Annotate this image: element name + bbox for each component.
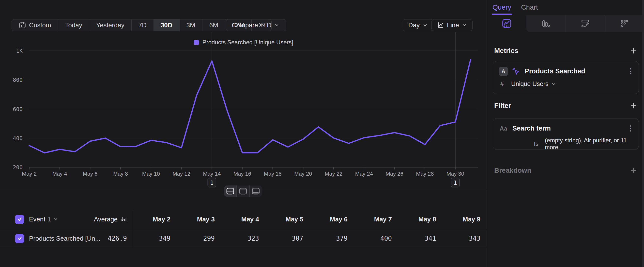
date-cell-value: 343: [443, 235, 487, 242]
date-column-headers: May 2May 3May 4May 5May 6May 7May 8May 9: [133, 215, 487, 223]
event-column-header: Event: [29, 215, 46, 223]
range-button-custom[interactable]: Custom: [12, 20, 58, 31]
x-axis-label: May 4: [52, 171, 67, 177]
date-cell-value: 341: [398, 235, 443, 242]
measure-type-icon: #: [500, 80, 507, 87]
chevron-down-icon[interactable]: [53, 217, 58, 222]
chevron-down-icon: [462, 23, 467, 28]
tab-more-charts[interactable]: [605, 15, 644, 32]
range-button-7d[interactable]: 7D: [132, 20, 154, 31]
y-axis-label: 200: [13, 164, 23, 170]
filter-operator[interactable]: Is: [534, 140, 538, 147]
filter-section-header: Filter: [487, 102, 644, 110]
layout-chart-view-button[interactable]: [237, 185, 250, 197]
y-axis-label: 1K: [16, 48, 23, 54]
series-line: [29, 60, 470, 153]
filter-card[interactable]: Aa Search term Is (empty string), Air pu…: [493, 118, 639, 150]
compare-label: Compare: [232, 22, 258, 29]
row-average-value: 426.9: [108, 235, 127, 242]
annotation-marker[interactable]: 1: [451, 178, 460, 187]
metric-card[interactable]: A Products Searched # Unique Users: [493, 61, 639, 94]
line-chart-icon: [437, 22, 444, 29]
add-filter-button[interactable]: [630, 102, 637, 109]
range-button-today[interactable]: Today: [58, 20, 89, 31]
date-cell-value: 379: [310, 235, 354, 242]
chart-type-label: Line: [447, 22, 459, 29]
tab-chart[interactable]: Chart: [521, 0, 538, 15]
compare-button[interactable]: Compare: [226, 19, 272, 31]
chevron-down-icon: [261, 23, 266, 28]
sidebar-tabs: Query Chart: [487, 0, 644, 15]
table-header-row: Event 1 Average May 2May 3May 4May 5May …: [0, 210, 487, 229]
measure-selector[interactable]: Unique Users: [511, 80, 548, 87]
x-axis-label: May 6: [83, 171, 98, 177]
date-cell-value: 323: [222, 235, 266, 242]
x-axis-label: May 24: [355, 171, 373, 177]
table-row[interactable]: Products Searched [Un... 426.9 349299323…: [0, 229, 487, 248]
toolbar: CustomTodayYesterday7D30D3M6M12MXTD Comp…: [0, 19, 487, 31]
grid-dots-icon: [620, 19, 629, 28]
svg-text:1: 1: [454, 180, 457, 186]
granularity-button[interactable]: Day: [403, 19, 433, 31]
layout-table-view-button[interactable]: [250, 185, 262, 197]
chart-type-button[interactable]: Line: [432, 19, 472, 31]
date-column-header[interactable]: May 3: [177, 215, 222, 223]
date-column-header[interactable]: May 8: [398, 215, 443, 223]
range-button-30d[interactable]: 30D: [154, 20, 180, 31]
add-metric-button[interactable]: [630, 47, 637, 55]
average-column-header: Average: [94, 215, 118, 223]
x-axis-label: May 18: [264, 171, 282, 177]
layout-split-view-button[interactable]: [224, 185, 237, 197]
date-column-header[interactable]: May 6: [310, 215, 354, 223]
range-button-6m[interactable]: 6M: [202, 20, 225, 31]
x-axis-label: May 10: [142, 171, 160, 177]
date-column-header[interactable]: May 9: [443, 215, 487, 223]
metrics-section-header: Metrics: [487, 47, 644, 55]
y-axis-label: 400: [13, 135, 23, 141]
x-axis-label: May 14: [203, 171, 221, 177]
breakdown-table: Event 1 Average May 2May 3May 4May 5May …: [0, 210, 487, 248]
svg-text:1: 1: [210, 180, 214, 186]
tab-bar-chart[interactable]: [526, 15, 566, 32]
date-cell-value: 349: [133, 235, 177, 242]
annotation-marker[interactable]: 1: [208, 178, 216, 187]
bar-chart-icon: [542, 19, 550, 28]
kebab-menu-icon[interactable]: [628, 67, 633, 76]
tab-query[interactable]: Query: [492, 0, 511, 15]
scrollbar[interactable]: [642, 0, 644, 267]
granularity-label: Day: [408, 22, 420, 29]
x-axis-label: May 30: [446, 171, 464, 177]
x-axis-label: May 20: [294, 171, 312, 177]
x-axis-label: May 16: [234, 171, 251, 177]
breakdown-section-header: Breakdown: [487, 166, 644, 174]
main-panel: CustomTodayYesterday7D30D3M6M12MXTD Comp…: [0, 0, 487, 267]
flow-chart-icon: [580, 19, 590, 28]
range-button-3m[interactable]: 3M: [180, 20, 202, 31]
row-checkbox[interactable]: [15, 234, 24, 243]
kebab-menu-icon[interactable]: [628, 124, 633, 133]
event-count: 1: [48, 215, 51, 223]
sort-icon[interactable]: [120, 216, 127, 223]
chevron-down-icon: [422, 23, 428, 28]
x-axis-label: May 22: [325, 171, 342, 177]
date-column-header[interactable]: May 4: [222, 215, 266, 223]
select-all-checkbox[interactable]: [15, 215, 24, 224]
date-column-header[interactable]: May 7: [354, 215, 398, 223]
tab-insights-chart[interactable]: [487, 15, 526, 32]
chevron-down-icon[interactable]: [551, 82, 556, 86]
x-axis-label: May 8: [113, 171, 128, 177]
row-series-name: Products Searched [Un...: [29, 235, 100, 242]
date-column-header[interactable]: May 5: [266, 215, 310, 223]
date-cell-value: 307: [266, 235, 310, 242]
range-button-yesterday[interactable]: Yesterday: [89, 20, 132, 31]
x-axis-label: May 26: [386, 171, 404, 177]
date-column-header[interactable]: May 2: [133, 215, 177, 223]
event-click-icon: [512, 67, 520, 76]
y-axis-label: 600: [13, 106, 23, 112]
query-sidebar: Query Chart Metrics A Products Searched: [487, 0, 644, 267]
date-cell-value: 299: [177, 235, 222, 242]
add-breakdown-button[interactable]: [630, 167, 637, 174]
filter-value[interactable]: (empty string), Air purifier, or 11 more: [545, 137, 633, 151]
tab-flow-chart[interactable]: [566, 15, 605, 32]
breakdown-title: Breakdown: [494, 166, 531, 174]
